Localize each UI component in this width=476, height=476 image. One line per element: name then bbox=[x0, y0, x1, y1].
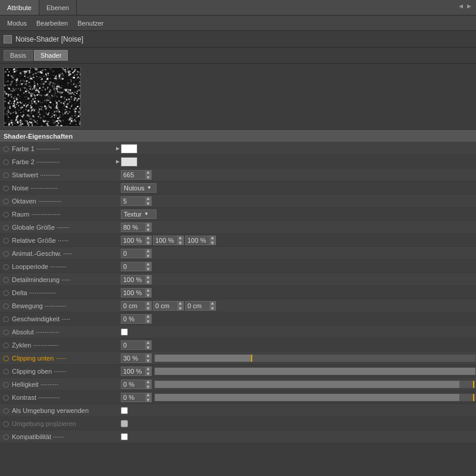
sub-tab-bar: Basis Shader bbox=[0, 48, 476, 64]
property-label: Loopperiode ········· bbox=[12, 263, 116, 270]
menu-bar: Modus Bearbeiten Benutzer bbox=[0, 15, 476, 31]
tab-ebenen[interactable]: Ebenen bbox=[39, 0, 77, 15]
property-label: Absolut ············· bbox=[12, 328, 116, 336]
spin-input[interactable] bbox=[154, 302, 177, 309]
spin-button[interactable]: ▲▼ bbox=[145, 262, 151, 271]
property-label: Animat.-Geschw. ····· bbox=[12, 250, 116, 257]
property-controls: ▲▼▲▼▲▼ bbox=[121, 301, 476, 311]
spin-button[interactable]: ▲▼ bbox=[145, 288, 151, 298]
spin-button[interactable]: ▲▼ bbox=[145, 367, 151, 376]
shader-icon bbox=[4, 35, 12, 43]
spin-button[interactable]: ▲▼ bbox=[145, 275, 151, 284]
progress-bar-fill bbox=[155, 394, 459, 401]
tab-shader[interactable]: Shader bbox=[34, 50, 68, 61]
spin-button[interactable]: ▲▼ bbox=[145, 249, 151, 258]
table-row: ◯Zyklen ··············▲▼ bbox=[0, 339, 476, 352]
property-controls: ▲▼ bbox=[121, 353, 476, 363]
spin-input[interactable] bbox=[121, 394, 145, 401]
spin-input[interactable] bbox=[121, 276, 145, 283]
menu-modus[interactable]: Modus bbox=[2, 18, 32, 29]
checkbox-input[interactable] bbox=[121, 328, 128, 336]
dropdown-field[interactable]: Textur▼ bbox=[121, 209, 156, 219]
spin-input[interactable] bbox=[121, 198, 145, 205]
spin-button[interactable]: ▲▼ bbox=[209, 301, 215, 311]
color-swatch[interactable] bbox=[121, 157, 137, 167]
page-title: Noise-Shader [Noise] bbox=[15, 35, 83, 43]
property-label: Farbe 1 ············· bbox=[12, 145, 116, 152]
menu-bearbeiten[interactable]: Bearbeiten bbox=[32, 18, 73, 29]
spin-input[interactable] bbox=[121, 342, 145, 349]
table-row: ◯Oktaven ·············▲▼ bbox=[0, 195, 476, 208]
checkbox-input[interactable] bbox=[121, 407, 128, 414]
spin-input[interactable] bbox=[121, 302, 145, 309]
spin-input[interactable] bbox=[121, 381, 145, 388]
circle-icon: ◯ bbox=[2, 433, 10, 441]
spin-button[interactable]: ▲▼ bbox=[177, 236, 183, 245]
circle-icon: ◯ bbox=[2, 184, 10, 192]
table-row: ◯Geschwindigkeit ·····▲▼ bbox=[0, 312, 476, 325]
dropdown-field[interactable]: Nutous▼ bbox=[121, 183, 156, 193]
spin-input[interactable] bbox=[121, 355, 145, 362]
table-row: ◯Noise ···············Nutous▼ bbox=[0, 181, 476, 195]
property-controls: ▲▼ bbox=[121, 196, 476, 206]
spin-button[interactable]: ▲▼ bbox=[145, 340, 151, 350]
spin-field: ▲▼ bbox=[185, 236, 216, 245]
tab-attribute[interactable]: Attribute bbox=[0, 0, 39, 15]
properties-table: ◯Farbe 1 ·············▶◯Farbe 2 ········… bbox=[0, 142, 476, 443]
spin-field: ▲▼ bbox=[121, 314, 152, 324]
progress-bar[interactable] bbox=[154, 367, 476, 375]
spin-button[interactable]: ▲▼ bbox=[145, 170, 151, 180]
property-controls: ▲▼ bbox=[121, 380, 476, 389]
spin-input[interactable] bbox=[121, 315, 145, 322]
spin-input[interactable] bbox=[121, 263, 145, 270]
texture-preview bbox=[4, 67, 81, 127]
spin-button[interactable]: ▲▼ bbox=[145, 301, 151, 311]
spin-button[interactable]: ▲▼ bbox=[177, 301, 183, 311]
spin-button[interactable]: ▲▼ bbox=[145, 223, 151, 232]
spin-button[interactable]: ▲▼ bbox=[145, 196, 151, 206]
progress-bar-fill bbox=[155, 368, 475, 375]
spin-field: ▲▼ bbox=[121, 236, 152, 245]
spin-button[interactable]: ▲▼ bbox=[145, 393, 151, 402]
checkbox-input[interactable] bbox=[121, 420, 128, 427]
spin-input[interactable] bbox=[121, 237, 145, 244]
spin-button[interactable]: ▲▼ bbox=[145, 380, 151, 389]
table-row: ◯Umgebung projizieren bbox=[0, 417, 476, 430]
tab-basis[interactable]: Basis bbox=[4, 50, 33, 61]
spin-input[interactable] bbox=[154, 237, 177, 244]
panel-arrow-icon[interactable]: ◄ ► bbox=[454, 0, 476, 15]
circle-icon: ◯ bbox=[2, 302, 10, 310]
progress-bar[interactable] bbox=[154, 393, 476, 402]
spin-input[interactable] bbox=[186, 302, 209, 309]
property-controls: ▲▼ bbox=[121, 393, 476, 402]
spin-field: ▲▼ bbox=[121, 301, 152, 311]
circle-icon: ◯ bbox=[2, 315, 10, 323]
table-row: ◯Raum ················Textur▼ bbox=[0, 208, 476, 221]
spin-button[interactable]: ▲▼ bbox=[209, 236, 215, 245]
spin-input[interactable] bbox=[121, 250, 145, 257]
preview-area bbox=[0, 64, 476, 130]
circle-icon: ◯ bbox=[2, 223, 10, 231]
circle-icon: ◯ bbox=[2, 367, 10, 375]
spin-button[interactable]: ▲▼ bbox=[145, 353, 151, 363]
spin-field: ▲▼ bbox=[121, 288, 152, 298]
circle-icon: ◯ bbox=[2, 341, 10, 349]
spin-input[interactable] bbox=[186, 237, 209, 244]
spin-input[interactable] bbox=[121, 289, 145, 296]
noise-canvas bbox=[4, 68, 81, 127]
spin-input[interactable] bbox=[121, 171, 145, 178]
property-controls: ▲▼ bbox=[121, 275, 476, 284]
property-controls bbox=[121, 420, 476, 427]
spin-field: ▲▼ bbox=[121, 196, 152, 206]
property-label: Detailminderung ····· bbox=[12, 276, 116, 283]
checkbox-input[interactable] bbox=[121, 433, 128, 440]
property-arrow-icon: ▶ bbox=[116, 146, 121, 151]
spin-input[interactable] bbox=[121, 368, 145, 375]
menu-benutzer[interactable]: Benutzer bbox=[73, 18, 108, 29]
spin-button[interactable]: ▲▼ bbox=[145, 236, 151, 245]
progress-bar[interactable] bbox=[154, 380, 476, 389]
spin-input[interactable] bbox=[121, 224, 145, 231]
spin-button[interactable]: ▲▼ bbox=[145, 314, 151, 324]
color-swatch[interactable] bbox=[121, 144, 137, 154]
progress-bar[interactable] bbox=[154, 354, 476, 362]
